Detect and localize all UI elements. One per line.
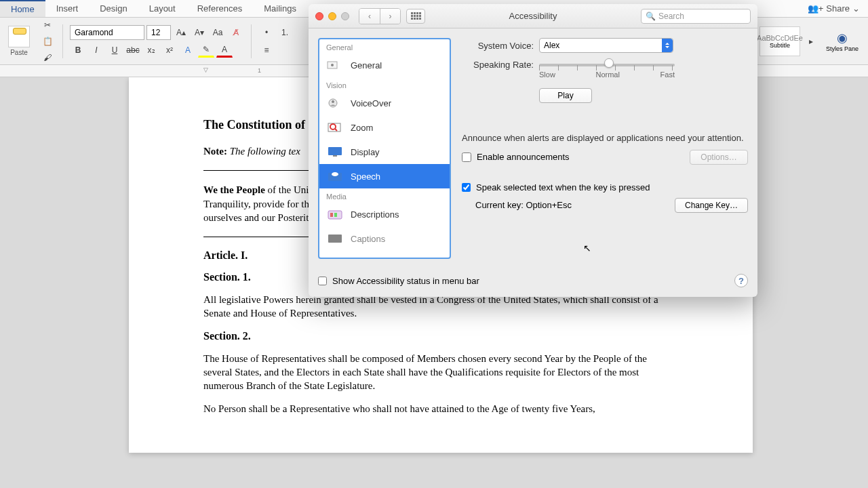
svg-rect-8 [333,155,337,157]
enable-announcements-checkbox[interactable] [462,152,471,162]
sidebar-item-captions[interactable]: Captions [319,226,450,251]
numbering-button[interactable]: 1. [277,25,293,40]
copy-button[interactable]: 📋 [39,34,56,49]
sidebar-label: Speech [351,171,380,182]
window-titlebar[interactable]: ‹ › Accessibility 🔍 Search [309,4,757,28]
slider-thumb[interactable] [604,58,614,68]
paste-button[interactable]: Paste [5,23,33,59]
traffic-lights [315,12,349,20]
sidebar-item-speech[interactable]: Speech [319,164,450,188]
sidebar-item-display[interactable]: Display [319,140,450,164]
svg-point-10 [332,172,338,176]
sidebar-label: Captions [351,234,385,244]
system-voice-label: System Voice: [462,41,534,51]
speech-icon [326,169,344,183]
sidebar-label: VoiceOver [351,98,391,108]
sidebar-item-descriptions[interactable]: Descriptions [319,202,450,226]
strike-button[interactable]: abc [125,43,141,58]
share-icon: 👥+ [808,3,824,14]
bullets-button[interactable]: • [258,25,275,40]
zoom-window-button[interactable] [341,12,349,20]
tab-mailings[interactable]: Mailings [253,0,307,17]
share-button[interactable]: 👥+ Share ⌄ [800,0,868,17]
back-button[interactable]: ‹ [359,9,380,24]
bold-button[interactable]: B [70,43,86,58]
sidebar-label: Zoom [351,123,373,133]
tab-references[interactable]: References [186,0,253,17]
sidebar-section-general: General [319,39,450,53]
font-select[interactable] [70,25,144,40]
style-preview-text: AaBbCcDdEe [757,34,803,42]
styles-pane-icon: ◉ [837,30,848,45]
styles-more-button[interactable]: ▸ [803,34,819,49]
rate-label: Speaking Rate: [462,60,534,70]
highlight-button[interactable]: ✎ [198,43,214,58]
clear-format-button[interactable]: A̸ [228,25,244,40]
grid-icon [411,12,421,20]
tab-design[interactable]: Design [89,0,138,17]
italic-button[interactable]: I [88,43,104,58]
display-icon [326,145,344,159]
svg-rect-12 [330,213,333,217]
search-placeholder: Search [658,12,684,21]
captions-icon [326,232,344,245]
align-left-button[interactable]: ≡ [258,43,275,58]
font-color-button[interactable]: A [216,43,233,58]
svg-point-3 [332,100,334,103]
general-icon [326,58,344,72]
change-case-button[interactable]: Aa [210,25,226,40]
rate-fast-label: Fast [660,70,675,79]
sidebar-item-general[interactable]: General [319,53,450,77]
superscript-button[interactable]: x² [161,43,178,58]
show-all-button[interactable] [406,9,425,24]
subscript-button[interactable]: x₂ [143,43,159,58]
tab-insert[interactable]: Insert [45,0,90,17]
sidebar-label: Display [351,147,380,157]
category-sidebar[interactable]: General General Vision VoiceOver Zoom Di… [318,38,451,259]
doc-paragraph: The House of Representatives shall be co… [203,352,678,393]
note-label: Note: [203,146,227,157]
sidebar-section-media: Media [319,188,450,202]
share-label: Share [826,3,850,14]
play-button[interactable]: Play [539,88,592,103]
search-input[interactable]: 🔍 Search [641,9,751,24]
note-text: The following tex [227,146,300,157]
forward-button[interactable]: › [380,9,400,24]
grow-font-button[interactable]: A▴ [173,25,189,40]
style-subtitle[interactable]: AaBbCcDdEe Subtitle [760,26,800,56]
format-painter-button[interactable]: 🖌 [39,50,56,65]
nav-buttons: ‹ › [359,8,401,24]
announce-description: Announce when alerts are displayed or ap… [462,133,748,144]
help-button[interactable]: ? [734,274,748,287]
show-status-checkbox[interactable] [318,277,327,285]
rate-slider[interactable]: Slow Normal Fast [539,60,675,79]
styles-pane-button[interactable]: ◉ Styles Pane [822,26,863,56]
current-key-label: Current key: Option+Esc [475,200,572,210]
change-key-button[interactable]: Change Key… [675,198,748,213]
search-icon: 🔍 [646,12,656,21]
tab-layout[interactable]: Layout [138,0,186,17]
close-window-button[interactable] [315,12,323,20]
system-voice-select[interactable]: Alex [539,38,673,53]
cut-button[interactable]: ✂ [39,18,56,33]
font-size-select[interactable] [146,25,171,40]
voiceover-icon [326,96,344,110]
sidebar-item-zoom[interactable]: Zoom [319,115,450,140]
styles-gallery: AaBbCcDdEe Subtitle ▸ ◉ Styles Pane [760,26,863,56]
shrink-font-button[interactable]: A▾ [191,25,208,40]
minimize-window-button[interactable] [328,12,336,20]
sidebar-label: General [351,60,382,70]
sidebar-section-vision: Vision [319,77,450,91]
rate-normal-label: Normal [595,70,619,79]
style-label: Subtitle [770,42,790,49]
clipboard-icon [8,26,30,47]
detail-pane: System Voice: Alex Speaking Rate: [462,38,748,259]
text-effects-button[interactable]: A [180,43,196,58]
underline-button[interactable]: U [106,43,123,58]
svg-point-1 [331,64,334,66]
tab-home[interactable]: Home [0,0,45,17]
svg-rect-13 [334,213,337,217]
speak-selected-checkbox[interactable] [462,183,471,192]
doc-paragraph: All legislative Powers herein granted sh… [203,293,678,321]
sidebar-item-voiceover[interactable]: VoiceOver [319,91,450,115]
